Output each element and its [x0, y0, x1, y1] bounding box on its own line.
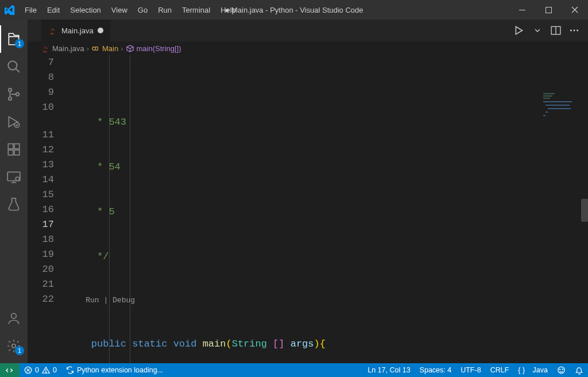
settings-badge: 1 — [15, 346, 24, 355]
svg-rect-10 — [14, 144, 20, 149]
menu-edit[interactable]: Edit — [42, 2, 65, 18]
explorer-badge: 1 — [15, 39, 24, 48]
svg-rect-21 — [543, 93, 555, 94]
svg-point-34 — [562, 369, 563, 370]
editor-area: Main.java Main.java › Main › main(String… — [28, 20, 588, 363]
svg-point-20 — [92, 47, 96, 50]
svg-point-14 — [12, 344, 16, 348]
code-content[interactable]: * 543 * 54 * 5 */ Run | Debug public sta… — [68, 55, 588, 363]
run-button[interactable] — [511, 22, 527, 39]
search-icon[interactable] — [0, 53, 28, 80]
breadcrumb-method[interactable]: main(String[]) — [137, 44, 181, 53]
svg-rect-7 — [8, 144, 13, 149]
vscode-logo-icon — [0, 5, 20, 15]
svg-point-12 — [16, 177, 20, 181]
svg-rect-27 — [546, 111, 548, 113]
minimap[interactable] — [541, 92, 581, 121]
window-controls — [509, 0, 588, 20]
close-button[interactable] — [562, 0, 588, 20]
svg-rect-8 — [8, 150, 13, 155]
svg-rect-25 — [546, 105, 570, 106]
menu-bar: File Edit Selection View Go Run Terminal… — [20, 2, 241, 18]
remote-explorer-icon[interactable] — [0, 163, 28, 191]
window-title: ● Main.java - Python - Visual Studio Cod… — [225, 6, 363, 14]
status-bar: 0 0 Python extension loading... Ln 17, C… — [0, 363, 588, 377]
scrollbar-thumb[interactable] — [581, 199, 588, 222]
svg-rect-9 — [14, 150, 20, 155]
menu-terminal[interactable]: Terminal — [177, 2, 215, 18]
status-feedback-icon[interactable] — [552, 366, 570, 375]
svg-rect-24 — [543, 101, 572, 102]
status-python-loading[interactable]: Python extension loading... — [61, 363, 168, 377]
explorer-icon[interactable]: 1 — [0, 25, 28, 53]
gutter: 78910 111213141516171819202122 — [28, 55, 68, 363]
remote-button[interactable] — [0, 363, 20, 377]
split-editor-icon[interactable] — [548, 22, 564, 39]
chevron-right-icon: › — [121, 44, 123, 53]
titlebar: File Edit Selection View Go Run Terminal… — [0, 0, 588, 20]
settings-icon[interactable]: 1 — [0, 332, 28, 360]
breadcrumb-file[interactable]: Main.java — [52, 44, 84, 53]
activity-bar: 1 1 — [0, 20, 28, 363]
svg-rect-28 — [543, 115, 546, 116]
menu-selection[interactable]: Selection — [65, 2, 106, 18]
svg-rect-1 — [546, 7, 551, 13]
minimize-button[interactable] — [509, 0, 535, 20]
status-encoding[interactable]: UTF-8 — [456, 366, 485, 374]
svg-point-31 — [45, 372, 46, 372]
svg-rect-26 — [548, 108, 571, 109]
run-debug-icon[interactable] — [0, 108, 28, 136]
class-icon — [91, 44, 100, 53]
tab-label: Main.java — [61, 26, 94, 35]
svg-point-33 — [560, 369, 560, 370]
status-eol[interactable]: CRLF — [486, 366, 514, 374]
testing-icon[interactable] — [0, 191, 28, 218]
svg-rect-23 — [543, 98, 550, 99]
status-problems[interactable]: 0 0 — [20, 363, 61, 377]
codelens-debug[interactable]: Debug — [113, 296, 135, 305]
chevron-right-icon: › — [87, 44, 89, 53]
codelens-run[interactable]: Run — [86, 296, 99, 305]
status-bell-icon[interactable] — [570, 366, 588, 375]
svg-point-3 — [9, 89, 11, 91]
breadcrumb-class[interactable]: Main — [102, 44, 118, 53]
more-actions-icon[interactable] — [566, 22, 582, 39]
svg-point-2 — [8, 61, 17, 70]
menu-view[interactable]: View — [106, 2, 133, 18]
extensions-icon[interactable] — [0, 136, 28, 163]
status-lncol[interactable]: Ln 17, Col 13 — [363, 366, 415, 374]
svg-point-17 — [570, 30, 572, 32]
run-menu-chevron-icon[interactable] — [529, 22, 546, 39]
svg-point-19 — [577, 30, 578, 32]
accounts-icon[interactable] — [0, 305, 28, 332]
status-language[interactable]: { } Java — [513, 366, 552, 374]
svg-point-5 — [16, 93, 19, 95]
svg-rect-0 — [519, 10, 525, 10]
tab-main-java[interactable]: Main.java — [41, 20, 111, 41]
editor-tabs: Main.java — [28, 20, 588, 41]
tab-dirty-icon — [98, 28, 103, 33]
svg-rect-22 — [543, 95, 552, 97]
status-indent[interactable]: Spaces: 4 — [415, 366, 457, 374]
method-icon — [126, 44, 134, 53]
menu-go[interactable]: Go — [133, 2, 153, 18]
java-file-icon — [41, 44, 50, 53]
svg-point-18 — [574, 30, 575, 32]
maximize-button[interactable] — [535, 0, 562, 20]
breadcrumb[interactable]: Main.java › Main › main(String[]) — [28, 41, 588, 55]
menu-run[interactable]: Run — [153, 2, 177, 18]
svg-point-4 — [9, 97, 11, 100]
menu-file[interactable]: File — [20, 2, 42, 18]
java-file-icon — [48, 26, 57, 35]
svg-point-13 — [11, 313, 17, 318]
code-editor[interactable]: 78910 111213141516171819202122 * 543 * 5… — [28, 55, 588, 363]
source-control-icon[interactable] — [0, 80, 28, 108]
